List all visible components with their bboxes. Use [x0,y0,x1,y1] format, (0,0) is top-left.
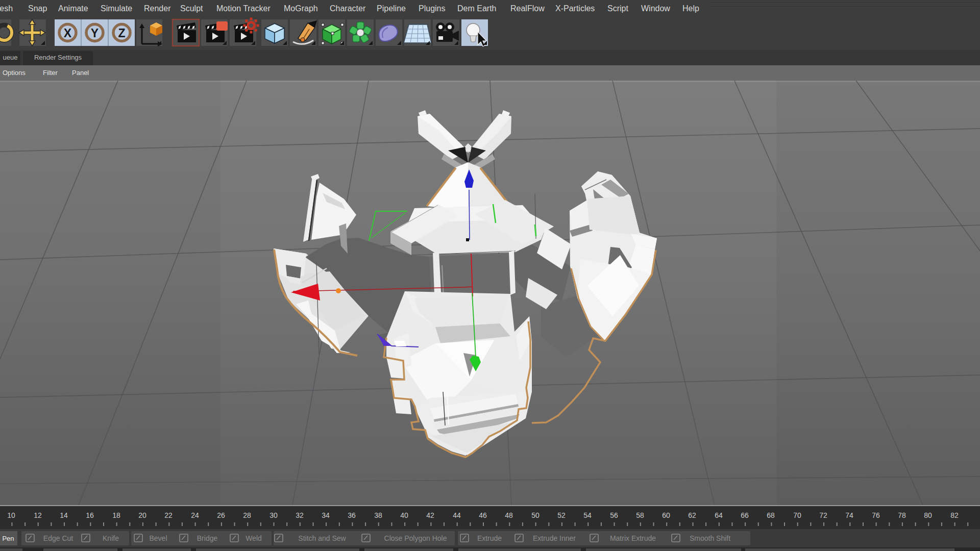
svg-text:60: 60 [662,511,670,519]
svg-text:40: 40 [400,511,408,519]
svg-text:52: 52 [557,511,566,519]
svg-text:76: 76 [872,511,880,519]
svg-text:Extrude: Extrude [477,534,502,542]
svg-text:44: 44 [453,511,461,519]
svg-text:Extrude Inner: Extrude Inner [533,534,576,542]
svg-text:78: 78 [898,511,906,519]
svg-text:64: 64 [715,511,723,519]
svg-text:36: 36 [348,511,356,519]
svg-text:22: 22 [164,511,173,519]
svg-text:Bridge: Bridge [197,534,218,542]
svg-text:Close Polygon Hole: Close Polygon Hole [384,534,447,542]
svg-text:26: 26 [217,511,225,519]
svg-text:20: 20 [138,511,146,519]
svg-text:58: 58 [636,511,644,519]
svg-text:74: 74 [845,511,853,519]
svg-text:12: 12 [34,511,42,519]
svg-text:Pen: Pen [2,535,14,542]
svg-text:Y: Y [91,27,99,40]
svg-text:56: 56 [610,511,618,519]
svg-text:24: 24 [191,511,199,519]
svg-text:18: 18 [112,511,120,519]
svg-text:Edge Cut: Edge Cut [43,534,73,542]
svg-text:42: 42 [426,511,434,519]
svg-text:Stitch and Sew: Stitch and Sew [298,534,346,542]
svg-text:Knife: Knife [103,534,119,542]
svg-text:80: 80 [924,511,932,519]
svg-text:Smooth Shift: Smooth Shift [690,534,730,542]
svg-text:10: 10 [7,511,15,519]
svg-text:48: 48 [505,511,513,519]
svg-text:54: 54 [583,511,592,519]
svg-text:82: 82 [950,511,959,519]
svg-text:14: 14 [60,511,68,519]
svg-text:Weld: Weld [246,534,262,542]
svg-text:Z: Z [118,27,125,40]
svg-text:46: 46 [479,511,487,519]
svg-text:70: 70 [793,511,801,519]
svg-text:38: 38 [374,511,382,519]
svg-text:Bevel: Bevel [149,534,167,542]
svg-text:16: 16 [86,511,94,519]
svg-text:X: X [64,27,72,40]
svg-text:34: 34 [322,511,330,519]
svg-text:66: 66 [741,511,749,519]
svg-text:Matrix Extrude: Matrix Extrude [610,534,656,542]
svg-text:62: 62 [688,511,696,519]
svg-text:30: 30 [270,511,278,519]
svg-text:72: 72 [819,511,827,519]
svg-text:50: 50 [531,511,540,519]
svg-text:32: 32 [296,511,304,519]
svg-text:28: 28 [243,511,251,519]
svg-text:68: 68 [767,511,775,519]
